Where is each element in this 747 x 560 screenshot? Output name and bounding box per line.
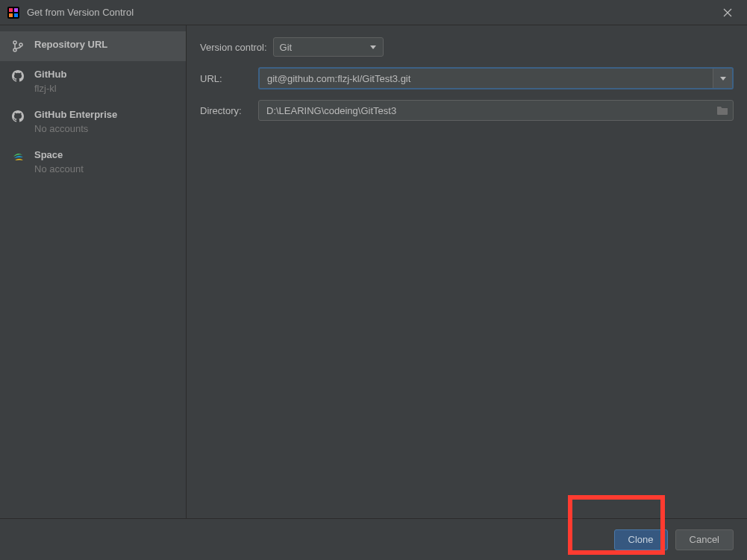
main-area: Repository URL GitHub flzj-kl GitHub Ent	[0, 25, 747, 518]
sidebar-item-label: Repository URL	[34, 39, 107, 50]
content-panel: Version control: Git URL: git@github.com…	[187, 25, 747, 518]
window-title: Get from Version Control	[27, 7, 716, 18]
browse-folder-button[interactable]	[712, 101, 733, 120]
clone-button-label: Clone	[628, 534, 654, 545]
cancel-button[interactable]: Cancel	[675, 529, 734, 550]
sidebar-item-github[interactable]: GitHub flzj-kl	[0, 61, 186, 101]
url-value: git@github.com:flzj-kl/GitTest3.git	[260, 73, 713, 84]
cancel-button-label: Cancel	[690, 534, 719, 545]
sidebar: Repository URL GitHub flzj-kl GitHub Ent	[0, 25, 187, 518]
github-icon	[10, 69, 25, 84]
version-control-select[interactable]: Git	[273, 37, 384, 57]
directory-input[interactable]: D:\LEARING\codeing\GitTest3	[258, 100, 734, 121]
svg-rect-3	[9, 13, 13, 17]
sidebar-item-label: GitHub	[34, 69, 66, 80]
sidebar-item-label: Space	[34, 149, 84, 160]
svg-rect-1	[9, 8, 13, 12]
version-control-row: Version control: Git	[200, 37, 734, 57]
sidebar-item-repository-url[interactable]: Repository URL	[0, 31, 186, 61]
sidebar-item-sublabel: flzj-kl	[34, 83, 66, 94]
directory-value: D:\LEARING\codeing\GitTest3	[259, 105, 712, 116]
titlebar: Get from Version Control	[0, 0, 747, 25]
sidebar-item-space[interactable]: Space No account	[0, 142, 186, 182]
directory-label: Directory:	[200, 105, 258, 116]
bottom-bar: Clone Cancel	[0, 518, 747, 560]
url-input[interactable]: git@github.com:flzj-kl/GitTest3.git	[258, 67, 734, 89]
svg-rect-2	[14, 8, 18, 12]
close-button[interactable]	[716, 1, 740, 25]
url-dropdown-button[interactable]	[713, 69, 732, 88]
url-label: URL:	[200, 73, 258, 84]
space-icon	[10, 149, 25, 164]
sidebar-item-sublabel: No account	[34, 163, 84, 174]
sidebar-item-github-enterprise[interactable]: GitHub Enterprise No accounts	[0, 101, 186, 142]
app-icon	[7, 7, 19, 19]
chevron-down-icon	[369, 43, 377, 51]
svg-point-9	[19, 43, 22, 46]
sidebar-item-sublabel: No accounts	[34, 123, 117, 134]
version-control-value: Git	[280, 42, 369, 53]
sidebar-item-label: GitHub Enterprise	[34, 109, 117, 120]
clone-button[interactable]: Clone	[614, 529, 668, 550]
directory-row: Directory: D:\LEARING\codeing\GitTest3	[200, 100, 734, 121]
svg-rect-4	[14, 13, 18, 17]
svg-point-7	[13, 41, 16, 44]
github-icon	[10, 109, 25, 124]
branch-icon	[10, 39, 25, 54]
version-control-label: Version control:	[200, 42, 267, 53]
url-row: URL: git@github.com:flzj-kl/GitTest3.git	[200, 67, 734, 89]
